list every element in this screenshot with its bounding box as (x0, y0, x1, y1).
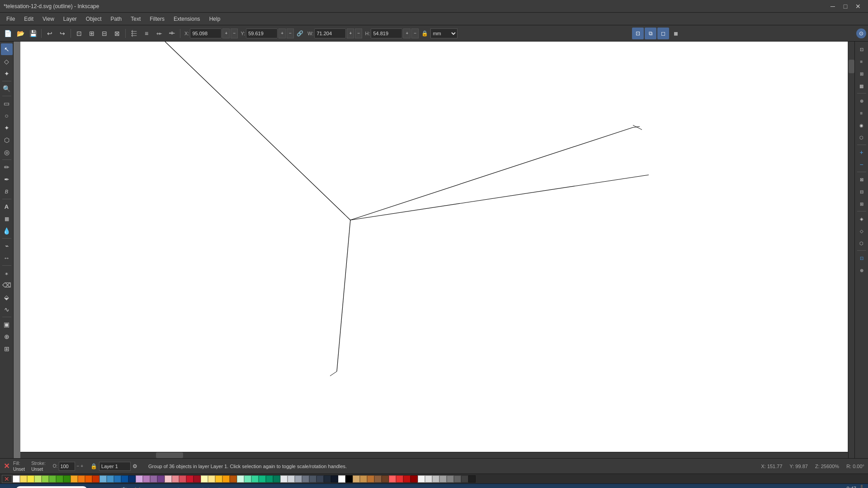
redo-button[interactable]: ↪ (57, 28, 68, 39)
opacity-minus[interactable]: − (76, 464, 79, 469)
color-swatch-white2[interactable] (338, 475, 345, 483)
color-swatch-green3[interactable] (49, 475, 56, 483)
tool-spray[interactable]: ⁎ (1, 267, 13, 279)
right-btn-align[interactable]: ≡ (856, 107, 868, 119)
tool-star[interactable]: ✦ (1, 122, 13, 134)
taskbar-vscode[interactable]: ◈ (158, 485, 171, 488)
right-btn-a1[interactable]: ◈ (856, 213, 868, 225)
color-swatch-brown1[interactable] (374, 475, 382, 483)
h-input[interactable] (371, 28, 402, 38)
taskbar-ie[interactable]: e (145, 485, 157, 488)
layer-settings-icon[interactable]: ⚙ (132, 463, 137, 469)
opacity-plus[interactable]: + (80, 464, 83, 469)
tool-frame[interactable]: ▣ (1, 319, 13, 330)
right-btn-swatches[interactable]: ▦ (856, 80, 868, 92)
canvas-area[interactable] (14, 42, 854, 458)
y-inc[interactable]: + (278, 28, 286, 38)
color-swatch-lgray6[interactable] (454, 475, 461, 483)
color-swatch-amber1[interactable] (215, 475, 222, 483)
menu-file[interactable]: File (2, 14, 19, 24)
open-button[interactable]: 📂 (14, 28, 26, 39)
right-btn-zoom-out[interactable]: − (856, 159, 868, 170)
save-button[interactable]: 💾 (27, 28, 39, 39)
taskbar-align-distribute[interactable]: ≡⊡ (185, 485, 198, 488)
right-btn-xml[interactable]: ⊡ (856, 43, 868, 55)
snap-btn-1[interactable]: ⊡ (632, 28, 644, 39)
menu-extensions[interactable]: Extensions (169, 14, 205, 24)
right-btn-guides[interactable]: ⊟ (856, 186, 868, 197)
color-swatch-amber2[interactable] (222, 475, 230, 483)
right-btn-grid[interactable]: ⊞ (856, 198, 868, 210)
color-swatch-yellow1[interactable] (20, 475, 27, 483)
color-swatch-lgray3[interactable] (432, 475, 439, 483)
color-swatch-red6[interactable] (396, 475, 403, 483)
tool-zoom[interactable]: 🔍 (1, 83, 13, 94)
color-swatch-lgray5[interactable] (447, 475, 454, 483)
color-swatch-orange3[interactable] (85, 475, 92, 483)
no-fill-button[interactable]: ✕ (2, 475, 12, 483)
color-swatch-tan3[interactable] (367, 475, 374, 483)
right-btn-zoom-in[interactable]: + (856, 146, 868, 158)
tool-node[interactable]: ◇ (1, 56, 13, 67)
taskbar-chrome2[interactable]: 🌐 (212, 485, 225, 488)
tool-connector[interactable]: ⌁ (1, 240, 13, 252)
color-swatch-cream2[interactable] (208, 475, 215, 483)
color-swatch-gray3[interactable] (295, 475, 302, 483)
x-inc[interactable]: + (222, 28, 230, 38)
color-swatch-gray7[interactable] (324, 475, 331, 483)
color-swatch-pink2[interactable] (172, 475, 179, 483)
right-btn-objects[interactable]: ≡ (856, 56, 868, 67)
color-swatch-blue3[interactable] (114, 475, 121, 483)
color-swatch-teal3[interactable] (251, 475, 259, 483)
right-btn-fill[interactable]: ◉ (856, 119, 868, 131)
tool-paint-bucket[interactable]: ⬙ (1, 291, 13, 303)
tool-tweak[interactable]: ✦ (1, 68, 13, 80)
color-swatch-blue5[interactable] (128, 475, 136, 483)
layer-input[interactable] (99, 462, 131, 471)
align-top-button[interactable]: ⬲ (166, 28, 178, 39)
align-left-button[interactable]: ⬱ (128, 28, 140, 39)
color-swatch-lgray8[interactable] (468, 475, 476, 483)
taskbar-app2[interactable]: 📋 (118, 485, 130, 488)
tool-selector[interactable]: ↖ (1, 43, 13, 55)
color-swatch-gray1[interactable] (280, 475, 288, 483)
color-swatch-red2[interactable] (179, 475, 186, 483)
lock-proportions-button[interactable]: 🔗 (295, 28, 305, 38)
tool-gradient[interactable]: ▦ (1, 213, 13, 225)
color-swatch-teal6[interactable] (273, 475, 280, 483)
right-btn-a2[interactable]: ◇ (856, 225, 868, 237)
right-btn-b2[interactable]: ⊕ (856, 264, 868, 276)
lock-size-button[interactable]: 🔒 (420, 28, 429, 38)
color-swatch-lgray4[interactable] (439, 475, 447, 483)
snap-btn-3[interactable]: ◻ (657, 28, 669, 39)
color-swatch-orange1[interactable] (71, 475, 78, 483)
color-swatch-blue2[interactable] (107, 475, 114, 483)
color-swatch-gray6[interactable] (316, 475, 324, 483)
color-swatch-purple1[interactable] (136, 475, 143, 483)
color-swatch-lgray1[interactable] (418, 475, 425, 483)
undo-button[interactable]: ↩ (44, 28, 56, 39)
tool-3dbox[interactable]: ⬡ (1, 134, 13, 146)
color-swatch-green5[interactable] (63, 475, 71, 483)
color-swatch-cream1[interactable] (201, 475, 208, 483)
x-input[interactable] (190, 28, 222, 38)
y-dec[interactable]: − (287, 28, 294, 38)
taskbar-firefox[interactable]: 🦊 (131, 485, 144, 488)
color-swatch-purple2[interactable] (143, 475, 150, 483)
color-swatch-blue1[interactable] (99, 475, 107, 483)
tool-spiral[interactable]: ◎ (1, 146, 13, 158)
taskbar-calculator[interactable]: 🧮 (199, 485, 212, 488)
start-button[interactable]: ⊞ (2, 485, 14, 488)
menu-object[interactable]: Object (81, 14, 106, 24)
menu-edit[interactable]: Edit (19, 14, 38, 24)
snap-btn-4[interactable]: ◼ (670, 28, 682, 39)
tool-smudge[interactable]: ∿ (1, 304, 13, 315)
tool-dropper[interactable]: 💧 (1, 225, 13, 237)
menu-path[interactable]: Path (106, 14, 127, 24)
color-swatch-red3[interactable] (186, 475, 193, 483)
color-swatch-purple3[interactable] (150, 475, 157, 483)
taskbar-file-explorer[interactable]: 📁 (104, 485, 117, 488)
y-input[interactable] (246, 28, 278, 38)
color-swatch-black[interactable] (331, 475, 338, 483)
color-swatch-gray4[interactable] (302, 475, 309, 483)
